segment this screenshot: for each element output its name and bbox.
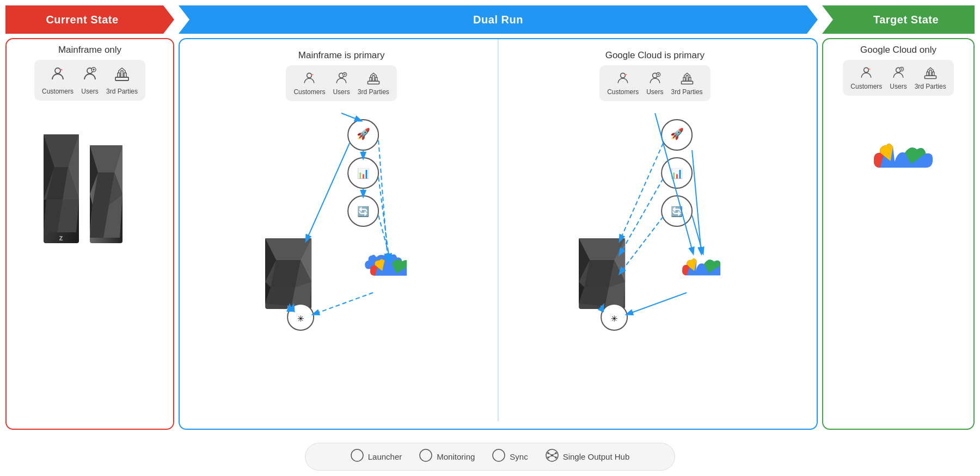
dual-left-customers-icon [302,71,317,86]
dual-left-users-icon [334,71,349,86]
svg-text:✳: ✳ [297,314,304,323]
svg-line-115 [548,455,552,458]
target-customers-icon [859,65,874,81]
svg-point-94 [864,67,869,72]
target-state-column: Target State Google Cloud only Customers… [822,5,975,430]
dual-left-parties: 3rd Parties [358,71,389,96]
svg-line-90 [692,150,701,254]
target-parties-icon [923,65,938,81]
svg-point-0 [55,68,60,73]
legend-launcher-label: Launcher [368,452,402,461]
dual-left-users: Users [333,71,350,96]
svg-text:📊: 📊 [422,452,430,460]
svg-line-56 [378,177,389,260]
svg-line-91 [692,215,703,254]
svg-point-103 [420,449,432,461]
dual-left-subtitle: Mainframe is primary [298,50,385,61]
legend-launcher: 🚀 Launcher [351,449,402,465]
legend-sync-label: Sync [510,452,528,461]
svg-rect-97 [924,76,936,78]
current-state-column: Current State Mainframe only Customers U… [5,5,174,430]
dual-right-users-icon [647,71,663,86]
svg-point-101 [351,449,363,461]
svg-line-116 [552,455,556,458]
current-customer-icon [49,65,66,85]
svg-point-61 [621,73,626,78]
dual-right-users: Users [646,71,663,96]
svg-rect-65 [683,77,685,81]
svg-text:🚀: 🚀 [670,127,683,140]
svg-rect-99 [929,70,932,76]
dual-left-users-label: Users [333,88,350,96]
legend-container: 🚀 Launcher 📊 Monitoring 🔄 Sync Single Ou… [5,436,975,471]
target-customers: Customers [850,65,882,90]
legend-hub-label: Single Output Hub [563,452,630,461]
legend-launcher-icon: 🚀 [351,449,364,465]
current-users: Users [81,65,99,95]
target-state-panel: Google Cloud only Customers Users 3rd Pa… [822,38,975,430]
svg-line-88 [620,217,663,274]
current-state-banner: Current State [5,5,174,34]
dual-right-parties-label: 3rd Parties [671,88,703,96]
current-customers: Customers [42,65,74,95]
dual-left-parties-icon [366,71,381,86]
svg-text:z: z [287,304,290,310]
dual-run-label: Dual Run [473,14,523,26]
legend-bar: 🚀 Launcher 📊 Monitoring 🔄 Sync Single Ou… [305,443,675,471]
current-user-group: Customers Users 3rd Parties [34,60,145,101]
legend-monitoring: 📊 Monitoring [419,449,475,465]
svg-point-105 [493,449,505,461]
svg-text:🚀: 🚀 [353,452,361,460]
svg-line-51 [341,113,361,121]
legend-monitoring-icon: 📊 [419,449,432,465]
svg-line-54 [306,143,350,241]
svg-rect-5 [121,71,123,77]
dual-right-diagram: 🚀 📊 🔄 [503,108,807,342]
current-state-label: Current State [46,14,118,26]
legend-sync: 🔄 Sync [492,449,528,465]
svg-marker-46 [265,287,295,306]
legend-monitoring-label: Monitoring [437,452,475,461]
dual-right-customers: Customers [607,71,639,96]
dual-right-subtitle: Google Cloud is primary [605,50,705,61]
svg-line-86 [620,143,663,241]
svg-text:📊: 📊 [357,168,370,180]
dual-right-parties-icon [679,71,695,86]
current-parties-icon [113,65,131,85]
svg-rect-66 [686,76,688,82]
target-users-label: Users [890,83,906,90]
dual-right-customers-icon [615,71,630,86]
mainframe-svg: z [41,123,139,254]
target-state-label: Target State [873,14,939,26]
dual-right-parties: 3rd Parties [671,71,703,96]
svg-rect-4 [118,73,120,77]
svg-rect-29 [367,81,379,84]
current-mainframe-graphic: z [41,123,139,254]
svg-text:✳: ✳ [610,314,617,323]
svg-text:🚀: 🚀 [357,127,370,140]
current-subtitle: Mainframe only [58,45,121,55]
svg-point-26 [307,73,312,78]
main-layout: Current State Mainframe only Customers U… [5,5,975,433]
svg-text:z: z [59,233,63,242]
current-users-label: Users [81,88,98,95]
target-parties-label: 3rd Parties [915,83,946,90]
svg-line-55 [378,140,388,260]
target-user-group: Customers Users 3rd Parties [843,60,953,96]
dual-left-customers-label: Customers [293,88,325,96]
target-customers-label: Customers [850,83,882,90]
svg-rect-32 [375,77,377,81]
legend-sync-icon: 🔄 [492,449,505,465]
dual-inner: Mainframe is primary Customers Users [185,39,811,421]
target-users-icon [891,65,906,81]
dual-left-diagram: 🚀 📊 🔄 [189,108,493,342]
target-state-banner: Target State [822,5,975,34]
dual-left: Mainframe is primary Customers Users [185,39,498,421]
svg-text:🔄: 🔄 [357,206,370,218]
target-gcloud-logo [860,135,936,195]
current-parties-label: 3rd Parties [106,88,138,95]
svg-text:🔄: 🔄 [495,452,503,460]
legend-hub-icon [546,449,559,465]
target-parties: 3rd Parties [915,65,946,90]
svg-rect-31 [372,76,375,82]
